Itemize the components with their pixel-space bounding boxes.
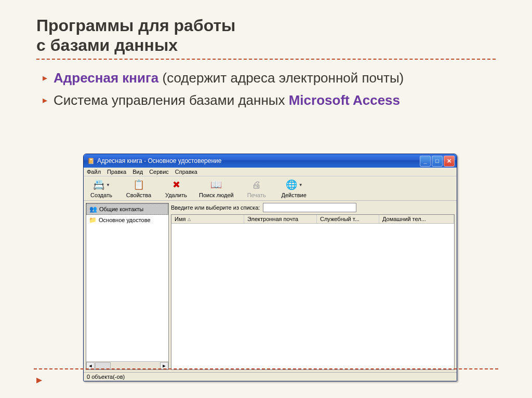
dropdown-arrow-icon: ▼ xyxy=(299,183,303,187)
folder-icon: 📁 xyxy=(88,216,97,224)
list-header: Имя △ Электронная почта Служебный т... Д… xyxy=(171,215,454,224)
footer-separator xyxy=(34,368,498,369)
properties-label: Свойства xyxy=(126,192,151,198)
tree-item-shared-contacts[interactable]: 👥 Общие контакты xyxy=(86,203,168,215)
print-icon: 🖨 xyxy=(250,179,263,191)
delete-icon: ✖ xyxy=(170,179,182,191)
print-label: Печать xyxy=(247,192,266,198)
menu-file[interactable]: Файл xyxy=(87,169,101,175)
bullet-emph: Адресная книга xyxy=(54,70,158,86)
dropdown-arrow-icon: ▼ xyxy=(106,183,110,187)
delete-button[interactable]: ✖ Удалить xyxy=(162,179,191,198)
bullet-2: ▸ Система управления базами данных Micro… xyxy=(43,91,496,109)
status-text: 0 объекта(-ов) xyxy=(87,374,125,380)
maximize-button[interactable]: □ xyxy=(432,156,443,167)
bullet-1: ▸ Адресная книга (содержит адреса электр… xyxy=(43,69,496,87)
toolbar: 📇▼ Создать 📋 Свойства ✖ Удалить 📖 Поиск … xyxy=(84,176,457,201)
folder-tree[interactable]: 👥 Общие контакты 📁 Основное удостове ◄ ► xyxy=(86,203,169,370)
book-icon: 📔 xyxy=(87,157,95,165)
search-row: Введите или выберите из списка: xyxy=(171,203,455,212)
find-label: Поиск людей xyxy=(199,192,234,198)
properties-button[interactable]: 📋 Свойства xyxy=(124,179,153,198)
col-name-label: Имя xyxy=(175,216,185,222)
bullet-plain: Система управления базами данных xyxy=(54,92,289,108)
delete-label: Удалить xyxy=(165,192,187,198)
title-underline xyxy=(36,59,496,60)
action-button[interactable]: 🌐▼ Действие xyxy=(280,179,309,198)
tree-label: Основное удостове xyxy=(99,217,151,223)
body-area: 👥 Общие контакты 📁 Основное удостове ◄ ►… xyxy=(84,201,457,372)
properties-icon: 📋 xyxy=(132,179,145,191)
window-controls: _ □ ✕ xyxy=(420,156,455,167)
menu-tools[interactable]: Сервис xyxy=(149,169,169,175)
col-name[interactable]: Имя △ xyxy=(171,215,244,223)
action-label: Действие xyxy=(281,192,306,198)
bullet-rest: (содержит адреса электронной почты) xyxy=(158,70,404,86)
print-button[interactable]: 🖨 Печать xyxy=(242,179,271,198)
contact-list[interactable]: Имя △ Электронная почта Служебный т... Д… xyxy=(171,214,455,370)
statusbar: 0 объекта(-ов) xyxy=(84,372,457,381)
address-book-window: 📔 Адресная книга - Основное удостоверени… xyxy=(83,154,457,381)
menu-edit[interactable]: Правка xyxy=(107,169,126,175)
close-button[interactable]: ✕ xyxy=(444,156,455,167)
bullet-emph: Microsoft Access xyxy=(289,92,400,108)
sort-asc-icon: △ xyxy=(188,217,191,222)
bullet-text: Адресная книга (содержит адреса электрон… xyxy=(54,69,404,87)
find-people-button[interactable]: 📖 Поиск людей xyxy=(199,179,234,198)
tree-label: Общие контакты xyxy=(99,206,143,212)
card-icon: 📇 xyxy=(92,179,105,191)
footer-marker-icon: ▸ xyxy=(36,373,42,387)
window-title: Адресная книга - Основное удостоверение xyxy=(97,157,420,164)
tree-item-main-id[interactable]: 📁 Основное удостове xyxy=(86,215,168,225)
col-home-phone[interactable]: Домашний тел... xyxy=(379,215,454,223)
search-input[interactable] xyxy=(263,203,356,212)
search-label: Введите или выберите из списка: xyxy=(171,204,260,211)
globe-icon: 🌐 xyxy=(285,179,298,191)
right-pane: Введите или выберите из списка: Имя △ Эл… xyxy=(171,201,457,372)
create-button[interactable]: 📇▼ Создать xyxy=(87,179,116,198)
col-work-phone[interactable]: Служебный т... xyxy=(317,215,379,223)
bullet-marker-icon: ▸ xyxy=(43,72,47,84)
contacts-icon: 👥 xyxy=(89,205,97,213)
bullet-text: Система управления базами данных Microso… xyxy=(54,91,400,109)
find-icon: 📖 xyxy=(210,179,222,191)
col-email[interactable]: Электронная почта xyxy=(244,215,317,223)
create-label: Создать xyxy=(90,192,112,198)
menu-help[interactable]: Справка xyxy=(175,169,197,175)
bullet-marker-icon: ▸ xyxy=(43,94,47,106)
title-line-1: Программы для работы xyxy=(36,16,235,35)
slide-title: Программы для работы с базами данных xyxy=(36,16,496,56)
menu-view[interactable]: Вид xyxy=(132,169,143,175)
titlebar[interactable]: 📔 Адресная книга - Основное удостоверени… xyxy=(84,154,457,168)
menubar: Файл Правка Вид Сервис Справка xyxy=(84,168,457,176)
title-line-2: с базами данных xyxy=(36,36,178,54)
minimize-button[interactable]: _ xyxy=(420,156,431,167)
